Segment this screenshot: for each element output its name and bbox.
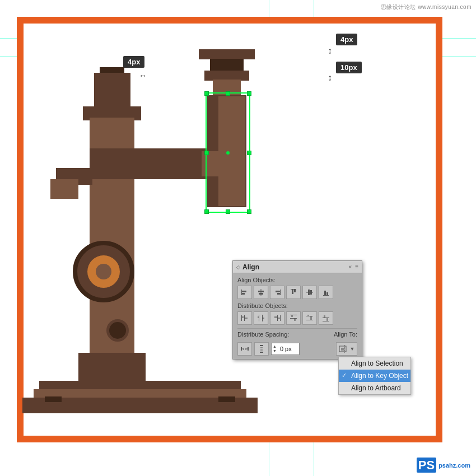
collapse-icon[interactable]: ◇ [236,264,240,270]
svg-rect-11 [294,290,296,292]
dist-spacing-h-button[interactable] [237,342,252,356]
arrow-left-dim: ↔ [139,71,147,80]
svg-rect-42 [241,347,242,351]
svg-rect-23 [262,315,263,321]
svg-rect-53 [341,348,344,351]
svg-rect-8 [277,293,280,295]
menu-align-artboard[interactable]: Align to Artboard [339,382,410,394]
handle-mid-left [204,151,209,155]
dim-label-right-10px: 10px [336,62,362,73]
align-left-button[interactable] [237,286,252,299]
handle-top-right [247,91,251,96]
dist-bottom-edges-button[interactable] [319,311,333,325]
svg-rect-20 [242,316,244,318]
center-handle [226,151,230,155]
svg-rect-45 [245,348,246,350]
drill-top-wide [199,49,255,59]
menu-align-key-object[interactable]: Align to Key Object [339,370,410,382]
svg-rect-7 [276,291,280,292]
svg-rect-13 [308,290,310,295]
align-center-v-button[interactable] [302,286,317,299]
svg-rect-26 [277,315,278,321]
handle-mid-right [247,151,251,155]
svg-rect-10 [292,290,293,294]
svg-rect-4 [258,291,264,292]
panel-menu-icon[interactable]: ≡ [355,264,358,270]
handle-bottom-left [204,209,209,214]
svg-rect-30 [290,315,297,315]
ps-logo: PS [417,458,436,473]
svg-rect-38 [323,318,329,318]
svg-rect-24 [258,316,259,318]
selection-box [206,92,250,213]
spacing-stepper[interactable]: ▲ ▼ [272,344,278,354]
svg-rect-41 [326,318,328,321]
double-arrow-icon[interactable]: « [349,264,352,270]
svg-rect-31 [290,318,297,319]
spacing-input[interactable]: 0 px [278,346,299,352]
bottom-logos: PS psahz.com [417,458,470,473]
dist-left-edges-button[interactable] [237,311,252,325]
dropdown-menu: Align to Selection Align to Key Object A… [338,357,411,395]
align-objects-label: Align Objects: [237,277,357,283]
dist-right-edges-button[interactable] [270,311,284,325]
svg-rect-40 [324,315,325,318]
svg-rect-15 [323,295,329,296]
svg-rect-50 [260,347,263,348]
panel-title-right: « ≡ [349,264,358,270]
dist-spacing-v-button[interactable] [254,342,269,356]
align-bottom-button[interactable] [319,286,333,299]
align-top-button[interactable] [286,286,301,299]
handle-bottom-mid [226,209,230,214]
svg-rect-2 [242,293,245,295]
top-clamp [94,73,130,109]
svg-rect-25 [263,318,264,319]
handle-bottom-right [247,209,251,214]
watermark: 思缘设计论坛 www.missyuan.com [381,3,472,11]
dist-center-h-button[interactable] [254,311,268,325]
svg-rect-1 [242,291,246,292]
site-text: psahz.com [438,462,470,469]
svg-rect-37 [310,316,312,320]
svg-rect-32 [291,315,293,317]
small-circle [106,319,129,342]
drill-top-narrow [210,59,244,71]
svg-rect-34 [306,316,313,316]
left-extension-2 [50,179,78,199]
dist-top-edges-button[interactable] [286,311,301,325]
panel-body: Align Objects: [233,273,362,359]
svg-rect-18 [241,315,242,321]
svg-rect-21 [245,318,248,319]
svg-rect-44 [243,348,244,350]
handle-top-left [204,91,209,96]
svg-rect-22 [259,315,259,321]
align-right-button[interactable] [270,286,284,299]
base-rail-left [45,396,62,402]
panel-titlebar: ◇ Align « ≡ [233,261,362,273]
svg-rect-14 [310,290,312,295]
svg-rect-36 [307,315,309,316]
align-center-h-button[interactable] [254,286,268,299]
align-panel: ◇ Align « ≡ Align Objects: [232,260,362,360]
svg-rect-51 [260,349,263,351]
svg-rect-39 [323,321,329,321]
column-base [78,353,146,384]
distribute-objects-btn-row [237,311,357,325]
base-rail-right [218,396,235,402]
menu-align-selection[interactable]: Align to Selection [339,357,410,370]
svg-rect-27 [280,315,281,321]
dim-label-left-4px: 4px [123,56,144,68]
distribute-objects-label: Distribute Objects: [237,302,357,309]
svg-rect-0 [241,290,242,295]
align-to-button[interactable]: ▼ [336,342,357,356]
svg-rect-9 [291,289,296,290]
base-mid-rail [34,389,246,398]
distribute-spacing-label: Distribute Spacing: [237,331,289,338]
svg-rect-43 [248,347,249,351]
svg-rect-17 [326,292,328,295]
dist-center-v-button[interactable] [302,311,317,325]
arm-horizontal [90,148,207,179]
base-top-rail [39,381,241,390]
panel-title-left: ◇ Align [236,263,259,271]
svg-rect-19 [244,315,245,321]
